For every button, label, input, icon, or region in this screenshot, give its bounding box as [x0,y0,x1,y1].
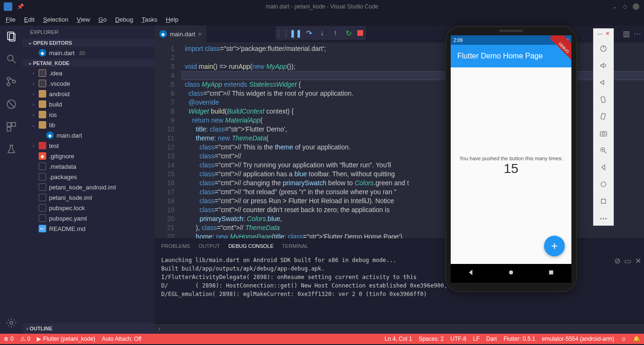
menu-go[interactable]: Go [95,15,110,24]
extensions-icon[interactable] [5,121,17,133]
breadcrumb-bar[interactable]: › [155,323,644,334]
svg-rect-9 [7,123,11,126]
recent-icon[interactable] [547,269,555,278]
phone-screen[interactable]: 2:09 ▸◧ Flutter Demo Home Page DEBUG You… [451,35,571,283]
menu-debug[interactable]: Debug [111,15,137,24]
status-errors[interactable]: ⊗ 0 [4,336,14,342]
tree-item--gitignore[interactable]: ›◆.gitignore [23,151,155,161]
dart-icon: ◆ [159,30,167,38]
tree-item--packages[interactable]: ›.packages [23,172,155,182]
debug-toolbar[interactable]: ⋮⋮ ❚❚ ↷ ↓ ↑ ↻ [275,25,366,41]
split-editor-icon[interactable]: ▥ [623,29,630,38]
counter-label: You have pushed the button this many tim… [459,156,562,161]
emu-overview-icon[interactable] [598,196,609,206]
close-tab-icon[interactable]: × [198,31,202,38]
editor-tab[interactable]: ◆ main.dart × [155,25,206,42]
git-icon[interactable] [5,75,17,88]
chevron-icon: › [31,143,36,148]
menu-tasks[interactable]: Tasks [138,15,161,24]
status-feedback-icon[interactable]: ☺ [621,336,627,342]
minimize-icon[interactable]: ⌄ [612,3,617,10]
tree-item-README-md[interactable]: ›M↓README.md [23,223,155,234]
tree-item-pubspec-lock[interactable]: ›pubspec.lock [23,203,155,213]
status-device[interactable]: emulator-5554 (android-arm) [542,336,614,342]
search-icon[interactable] [5,53,17,65]
panel-close-icon[interactable]: ✕ [635,256,641,265]
window-title: main.dart - petani_kode - Visual Studio … [266,3,379,10]
status-eol[interactable]: LF [473,336,479,342]
step-into-icon[interactable]: ↓ [318,29,326,37]
step-out-icon[interactable]: ↑ [331,29,339,37]
emu-close-icon[interactable]: ✕ [605,31,610,37]
pause-icon[interactable]: ❚❚ [291,29,300,37]
tree-item--metadata[interactable]: ›.metadata [23,161,155,172]
status-auto-attach[interactable]: Auto Attach: Off [102,336,141,342]
folder-icon [39,121,46,129]
status-language[interactable]: Dart [486,336,497,342]
emu-power-icon[interactable] [598,43,609,54]
tree-item-android[interactable]: ›android [23,89,155,99]
emu-volume-down-icon[interactable] [598,77,609,88]
status-launch[interactable]: ▶ Flutter (petani_kode) [37,336,95,342]
tree-item-build[interactable]: ›build [23,99,155,109]
test-icon [39,142,46,149]
tree-item-pubspec-yaml[interactable]: ›pubspec.yaml [23,213,155,223]
problems-tab[interactable]: PROBLEMS [161,243,190,249]
emu-volume-up-icon[interactable] [598,60,609,71]
open-editors-section[interactable]: ⌄OPEN EDITORS [23,39,155,47]
tree-item--vscode[interactable]: ›.vscode [23,78,155,89]
more-icon[interactable]: ⋯ [634,29,641,38]
status-encoding[interactable]: UTF-8 [450,336,466,342]
emu-rotate-right-icon[interactable] [598,111,609,122]
maximize-icon[interactable]: ◇ [623,3,627,10]
drag-handle-icon[interactable]: ⋮⋮ [278,29,287,37]
tree-item-test[interactable]: ›test [23,140,155,151]
open-editor-item[interactable]: ◆ main.dart lib [23,48,155,58]
txt-icon [39,173,46,181]
test-icon[interactable] [5,143,17,156]
debug-icon[interactable] [5,98,17,110]
emu-minimize-icon[interactable]: — [597,31,603,37]
status-cursor[interactable]: Ln 4, Col 1 [385,336,412,342]
fab-button[interactable]: + [544,236,565,256]
status-spaces[interactable]: Spaces: 2 [419,336,444,342]
status-warnings[interactable]: ⚠ 0 [20,336,31,342]
terminal-tab[interactable]: TERMINAL [282,243,308,249]
phone-frame: 2:09 ▸◧ Flutter Demo Home Page DEBUG You… [445,26,577,292]
tree-item-lib[interactable]: ⌄lib [23,120,155,130]
status-bell-icon[interactable]: 🔔 [633,336,640,342]
output-tab[interactable]: OUTPUT [198,243,220,249]
close-icon[interactable] [633,3,639,10]
debug-console-tab[interactable]: DEBUG CONSOLE [228,243,273,249]
menu-edit[interactable]: Edit [20,15,38,24]
step-over-icon[interactable]: ↷ [305,29,313,37]
panel-layout-icon[interactable]: ▭ [624,256,631,265]
back-icon[interactable] [467,269,475,278]
home-icon[interactable] [507,269,515,278]
status-flutter[interactable]: Flutter: 0.5.1 [504,336,535,342]
emu-home-icon[interactable] [598,179,609,189]
emu-zoom-icon[interactable] [598,145,609,156]
explorer-icon[interactable] [5,30,17,42]
emu-rotate-left-icon[interactable] [598,94,609,105]
chevron-icon: ⌄ [31,123,36,128]
tree-item-ios[interactable]: ›ios [23,109,155,120]
tree-item-main-dart[interactable]: ›◆main.dart [23,130,155,140]
settings-icon[interactable] [5,317,17,329]
tree-item-petani_kode_android-iml[interactable]: ›petani_kode_android.iml [23,182,155,192]
clear-console-icon[interactable]: ⊘ [614,256,620,265]
menu-help[interactable]: Help [162,15,182,24]
restart-icon[interactable]: ↻ [344,29,353,37]
emu-camera-icon[interactable] [598,128,609,139]
tree-item-label: .metadata [49,163,76,170]
emu-back-icon[interactable] [598,162,609,172]
emu-more-icon[interactable]: ⋯ [598,213,609,223]
menu-view[interactable]: View [73,15,94,24]
menu-selection[interactable]: Selection [39,15,72,24]
project-section[interactable]: ⌄PETANI_KODE [23,59,155,67]
outline-section[interactable]: › OUTLINE [23,323,155,334]
tree-item-petani_kode-iml[interactable]: ›petani_kode.iml [23,192,155,203]
tree-item--idea[interactable]: ›.idea [23,68,155,78]
stop-icon[interactable] [357,30,363,36]
menu-file[interactable]: File [2,15,19,24]
